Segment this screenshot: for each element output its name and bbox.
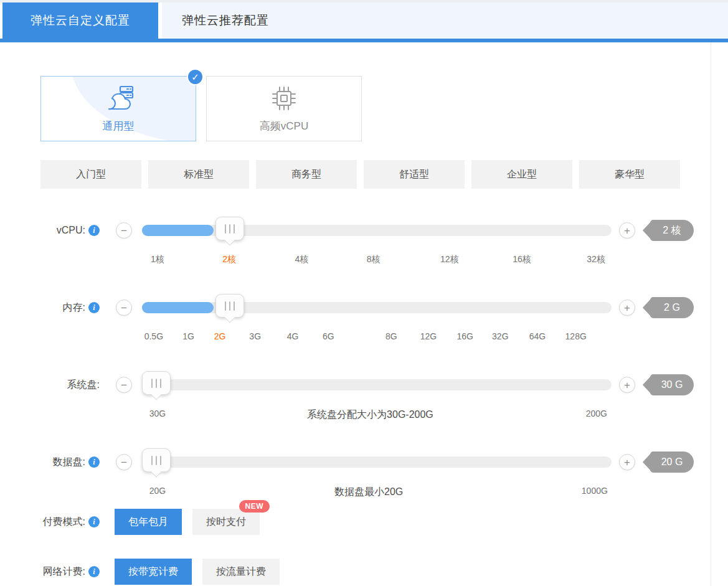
tick-label[interactable]: 8G <box>385 331 397 341</box>
max-label: 1000G <box>582 486 608 496</box>
tick-label[interactable]: 12G <box>420 331 437 341</box>
tick-label[interactable]: 32G <box>492 331 508 341</box>
tier-button-enterprise[interactable]: 企业型 <box>471 160 572 189</box>
system-disk-slider-handle[interactable] <box>142 371 171 395</box>
tick-label[interactable]: 32核 <box>587 254 605 265</box>
system-disk-value-badge: 30 G <box>650 374 694 395</box>
system-disk-decrease-button[interactable]: − <box>116 377 132 393</box>
memory-increase-button[interactable]: + <box>619 300 635 316</box>
tier-button-comfort[interactable]: 舒适型 <box>364 160 465 189</box>
config-content: ✓ 通用型 <box>2 42 711 586</box>
data-disk-increase-button[interactable]: + <box>619 454 635 470</box>
memory-slider-fill <box>142 302 214 313</box>
tab-custom-config[interactable]: 弹性云自定义配置 <box>2 2 158 39</box>
payment-option-subscription[interactable]: 包年包月 <box>115 509 182 535</box>
vcpu-value-badge: 2 核 <box>650 220 694 241</box>
tick-label[interactable]: 16核 <box>513 254 531 265</box>
system-disk-increase-button[interactable]: + <box>619 377 635 393</box>
tab-recommended-config[interactable]: 弹性云推荐配置 <box>162 2 289 39</box>
vcpu-decrease-button[interactable]: − <box>116 222 132 239</box>
network-option-traffic[interactable]: 按流量计费 <box>202 559 280 585</box>
min-label: 20G <box>149 486 166 496</box>
data-disk-value-badge: 20 G <box>650 451 694 473</box>
tick-label[interactable]: 128G <box>565 331 587 341</box>
vcpu-row: vCPU: i − 1核 2核 4核 8核 12核 16核 32核 <box>40 192 711 269</box>
tick-label[interactable]: 8核 <box>367 254 381 265</box>
data-disk-label-text: 数据盘: <box>53 456 85 469</box>
system-disk-row: 系统盘: − 30G 系统盘分配大小为30G-200G 200G + 30 G <box>40 346 711 423</box>
data-disk-labels: 20G 数据盘最小20G 1000G <box>142 486 612 498</box>
tick-label-selected[interactable]: 2G <box>214 331 226 341</box>
tick-label[interactable]: 0.5G <box>144 331 163 341</box>
card-general-type[interactable]: ✓ 通用型 <box>40 76 196 141</box>
memory-label: 内存: i <box>40 301 100 314</box>
memory-slider-handle[interactable] <box>215 294 244 318</box>
tier-button-business[interactable]: 商务型 <box>256 160 357 189</box>
vcpu-slider-handle[interactable] <box>215 217 244 240</box>
tick-label[interactable]: 1核 <box>151 254 164 265</box>
tier-button-deluxe[interactable]: 豪华型 <box>579 160 680 189</box>
info-icon[interactable]: i <box>88 516 100 527</box>
system-disk-label-text: 系统盘: <box>67 379 100 392</box>
tick-label[interactable]: 16G <box>457 331 473 341</box>
info-icon[interactable]: i <box>88 456 100 468</box>
tick-label[interactable]: 64G <box>529 331 546 341</box>
data-disk-label: 数据盘: i <box>40 456 100 469</box>
payment-mode-label: 付费模式: i <box>40 516 100 529</box>
payment-options: 包年包月 按时支付 NEW <box>115 509 260 535</box>
memory-tick-labels: 0.5G 1G 2G 3G 4G 6G 8G 12G 16G 32G 64G 1… <box>142 331 612 344</box>
max-label: 200G <box>586 409 607 418</box>
cloud-server-icon <box>102 84 135 115</box>
system-disk-labels: 30G 系统盘分配大小为30G-200G 200G <box>142 409 612 421</box>
tab-bar: 弹性云自定义配置 弹性云推荐配置 <box>2 2 728 39</box>
data-disk-slider-handle[interactable] <box>142 448 171 472</box>
data-disk-decrease-button[interactable]: − <box>116 454 132 470</box>
vcpu-label: vCPU: i <box>40 225 100 236</box>
vcpu-slider-track[interactable]: 1核 2核 4核 8核 12核 16核 32核 <box>142 225 612 236</box>
info-icon[interactable]: i <box>88 566 100 577</box>
range-hint: 系统盘分配大小为30G-200G <box>307 409 433 422</box>
card-high-freq-vcpu[interactable]: 高频vCPU <box>206 76 362 141</box>
tick-label[interactable]: 4G <box>287 331 299 341</box>
tier-button-standard[interactable]: 标准型 <box>148 160 249 189</box>
network-option-bandwidth[interactable]: 按带宽计费 <box>115 559 192 585</box>
elastic-cloud-config-page: 弹性云自定义配置 弹性云推荐配置 ✓ <box>0 0 728 586</box>
content-right-border <box>711 42 711 586</box>
tick-label[interactable]: 3G <box>249 331 261 341</box>
payment-option-pay-per-hour[interactable]: 按时支付 NEW <box>192 509 260 535</box>
tick-label-selected[interactable]: 2核 <box>222 254 236 265</box>
network-billing-label: 网络计费: i <box>40 565 100 579</box>
memory-row: 内存: i − 0.5G 1G 2G 3G 4G 6G 8G 12G <box>40 269 711 346</box>
payment-mode-label-text: 付费模式: <box>43 516 85 529</box>
vcpu-increase-button[interactable]: + <box>619 222 635 239</box>
data-disk-slider-track[interactable]: 20G 数据盘最小20G 1000G <box>142 456 612 468</box>
system-disk-label: 系统盘: <box>40 379 100 392</box>
memory-decrease-button[interactable]: − <box>116 300 132 316</box>
network-billing-label-text: 网络计费: <box>43 565 85 579</box>
tab-bar-background: 弹性云推荐配置 <box>162 2 728 39</box>
memory-slider-track[interactable]: 0.5G 1G 2G 3G 4G 6G 8G 12G 16G 32G 64G 1… <box>142 302 612 313</box>
tick-label[interactable]: 1G <box>182 331 194 341</box>
tier-buttons-row: 入门型 标准型 商务型 舒适型 企业型 豪华型 <box>40 160 711 189</box>
memory-label-text: 内存: <box>63 301 85 314</box>
info-icon[interactable]: i <box>88 225 100 236</box>
check-badge-icon: ✓ <box>187 69 204 85</box>
tick-label[interactable]: 6G <box>323 331 334 341</box>
info-icon[interactable]: i <box>88 302 100 313</box>
instance-type-cards: ✓ 通用型 <box>40 76 711 141</box>
tick-label[interactable]: 12核 <box>440 254 459 265</box>
card-inner: 高频vCPU <box>260 84 308 133</box>
payment-mode-row: 付费模式: i 包年包月 按时支付 NEW <box>40 504 711 539</box>
card-label: 高频vCPU <box>260 119 308 133</box>
cpu-chip-icon <box>270 84 298 115</box>
tick-label[interactable]: 4核 <box>295 254 308 265</box>
tier-button-entry[interactable]: 入门型 <box>40 160 141 189</box>
system-disk-slider-track[interactable]: 30G 系统盘分配大小为30G-200G 200G <box>142 379 612 390</box>
vcpu-tick-labels: 1核 2核 4核 8核 12核 16核 32核 <box>142 254 612 267</box>
min-label: 30G <box>149 409 166 418</box>
data-disk-row: 数据盘: i − 20G 数据盘最小20G 1000G + 20 G <box>40 423 711 501</box>
memory-value-badge: 2 G <box>650 297 694 318</box>
vcpu-label-text: vCPU: <box>57 225 85 236</box>
network-billing-row: 网络计费: i 按带宽计费 按流量计费 <box>40 554 711 586</box>
payment-option-label: 按时支付 <box>206 516 246 527</box>
